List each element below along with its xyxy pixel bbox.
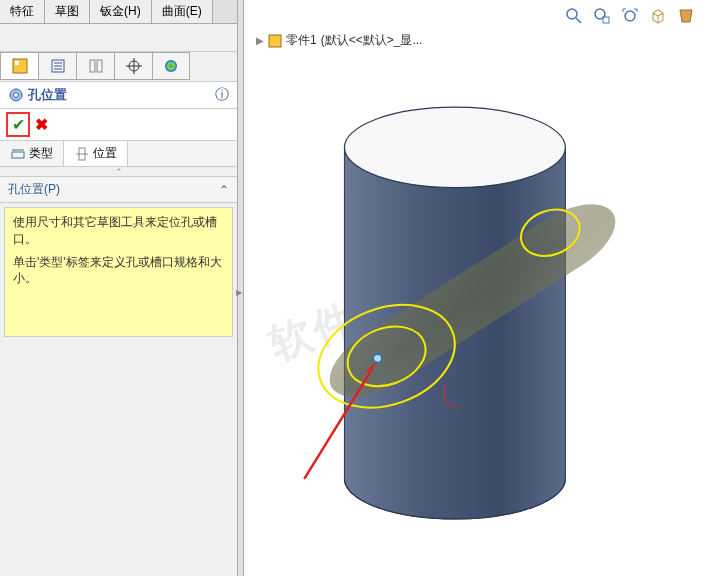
panel-title-bar: 孔位置 ⓘ <box>0 82 237 109</box>
viewport-3d[interactable] <box>244 0 706 576</box>
crosshair-icon <box>126 58 142 74</box>
position-icon <box>74 146 90 162</box>
tab-type-label: 类型 <box>29 145 53 162</box>
ribbon-spacer <box>0 24 237 52</box>
svg-point-11 <box>165 60 177 72</box>
collapse-divider[interactable]: ⌃ <box>0 167 237 177</box>
ok-button-highlight: ✔ <box>6 112 30 137</box>
svg-point-13 <box>14 93 19 98</box>
command-tabs: 特征 草图 钣金(H) 曲面(E) <box>0 0 237 24</box>
panel-title-text: 孔位置 <box>28 86 67 104</box>
tab-position-label: 位置 <box>93 145 117 162</box>
hint-line-1: 使用尺寸和其它草图工具来定位孔或槽口。 <box>13 214 224 248</box>
svg-rect-7 <box>97 60 102 72</box>
feature-tree-icon <box>12 58 28 74</box>
svg-point-28 <box>374 354 382 362</box>
feature-tree-button[interactable] <box>0 52 38 80</box>
config-button[interactable] <box>76 52 114 80</box>
tab-sketch[interactable]: 草图 <box>45 0 90 23</box>
panel-tools <box>0 52 237 82</box>
type-icon <box>10 146 26 162</box>
hint-box: 使用尺寸和其它草图工具来定位孔或槽口。 单击'类型'标签来定义孔或槽口规格和大小… <box>4 207 233 337</box>
viewport-panel: ▶ 零件1 (默认<<默认>_显... 软件自学网 <box>244 0 706 576</box>
section-header[interactable]: 孔位置(P) ⌃ <box>0 177 237 203</box>
sub-tabs: 类型 位置 <box>0 141 237 167</box>
detail-icon <box>50 58 66 74</box>
svg-rect-14 <box>12 152 24 158</box>
tab-sheetmetal[interactable]: 钣金(H) <box>90 0 152 23</box>
crosshair-button[interactable] <box>114 52 152 80</box>
cancel-button[interactable]: ✖ <box>35 115 48 134</box>
appearance-button[interactable] <box>152 52 190 80</box>
chevron-up-icon: ⌃ <box>219 183 229 197</box>
help-icon[interactable]: ⓘ <box>215 86 229 104</box>
hole-icon <box>8 87 24 103</box>
tab-feature[interactable]: 特征 <box>0 0 45 23</box>
tab-position[interactable]: 位置 <box>64 141 128 166</box>
config-icon <box>88 58 104 74</box>
svg-rect-6 <box>90 60 95 72</box>
svg-rect-1 <box>15 61 19 65</box>
hint-line-2: 单击'类型'标签来定义孔或槽口规格和大小。 <box>13 254 224 288</box>
property-button[interactable] <box>38 52 76 80</box>
ok-button[interactable]: ✔ <box>9 115 27 134</box>
tab-type[interactable]: 类型 <box>0 141 64 166</box>
svg-point-24 <box>344 107 565 187</box>
section-header-label: 孔位置(P) <box>8 181 60 198</box>
appearance-icon <box>163 58 179 74</box>
tab-surface[interactable]: 曲面(E) <box>152 0 213 23</box>
left-panel: 特征 草图 钣金(H) 曲面(E) <box>0 0 238 576</box>
confirm-row: ✔ ✖ <box>0 109 237 141</box>
